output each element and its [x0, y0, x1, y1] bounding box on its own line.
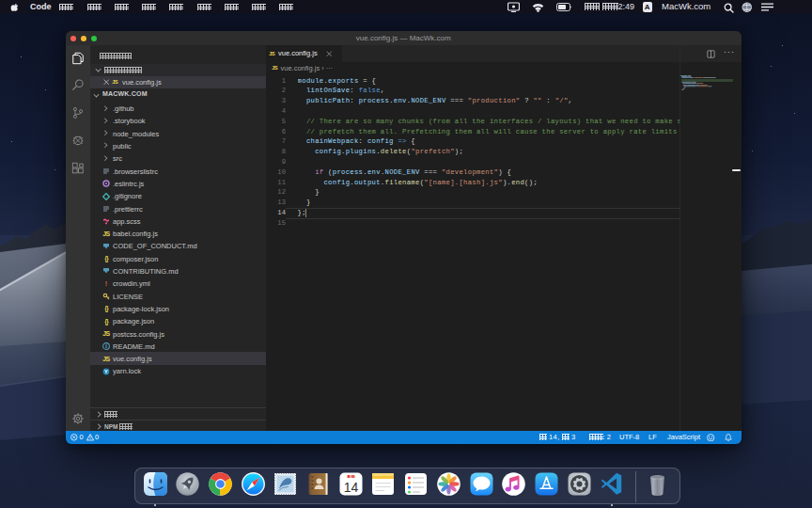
svg-text:14: 14 [343, 480, 358, 495]
